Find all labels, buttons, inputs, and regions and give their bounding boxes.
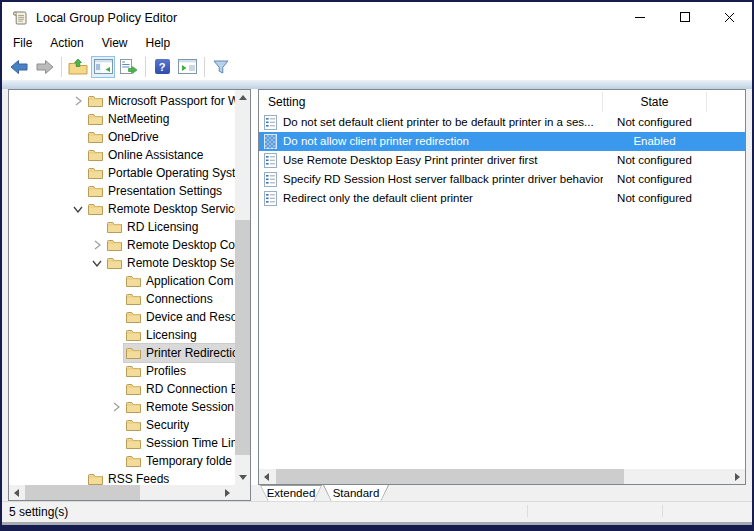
tree-vertical-scrollbar[interactable]: [235, 90, 250, 485]
tree-item-onedrive[interactable]: OneDrive: [9, 128, 235, 146]
tree-item-profiles[interactable]: Profiles: [9, 362, 235, 380]
tree-item-label: OneDrive: [108, 130, 159, 144]
tree-item-highlight: Portable Operating Syste: [86, 164, 235, 182]
menu-action[interactable]: Action: [41, 33, 92, 53]
tree-item-microsoft-passport-for-w[interactable]: Microsoft Passport for W: [9, 92, 235, 110]
policy-setting-icon: [264, 115, 277, 130]
scroll-left-button[interactable]: [259, 469, 274, 484]
tree-horizontal-scrollbar[interactable]: [9, 485, 235, 500]
tree-item-highlight: Remote Desktop Service: [86, 200, 235, 218]
tree-item-rd-licensing[interactable]: RD Licensing: [9, 218, 235, 236]
tree-item-label: Profiles: [146, 364, 186, 378]
tree-item-label: RD Connection E: [146, 382, 235, 396]
setting-state: Not configured: [603, 192, 706, 204]
scroll-up-button[interactable]: [235, 90, 250, 105]
show-hide-action-pane-button[interactable]: [175, 56, 199, 78]
folder-icon: [88, 149, 103, 162]
maximize-icon: [680, 12, 690, 22]
tree-item-session-time-lim[interactable]: Session Time Lim: [9, 434, 235, 452]
settings-list-pane: Setting State Do not set default client …: [258, 89, 746, 485]
tree-item-printer-redirectio[interactable]: Printer Redirectio: [9, 344, 235, 362]
tree-item-netmeeting[interactable]: NetMeeting: [9, 110, 235, 128]
tree-item-remote-session-e[interactable]: Remote Session E: [9, 398, 235, 416]
status-separator: [662, 505, 663, 517]
tab-extended-label: Extended: [260, 485, 322, 501]
setting-row-do-not-allow-client-printer-redirection[interactable]: Do not allow client printer redirectionE…: [259, 132, 745, 151]
setting-name: Specify RD Session Host server fallback …: [283, 173, 603, 185]
minimize-button[interactable]: [617, 2, 662, 32]
tree-item-licensing[interactable]: Licensing: [9, 326, 235, 344]
tree-item-remote-desktop-service[interactable]: Remote Desktop Service: [9, 200, 235, 218]
tree-item-rss-feeds[interactable]: RSS Feeds: [9, 470, 235, 485]
column-divider[interactable]: [602, 92, 603, 112]
tree-item-remote-desktop-con[interactable]: Remote Desktop Con: [9, 236, 235, 254]
policy-setting-icon: [264, 191, 277, 206]
export-list-button[interactable]: [116, 56, 140, 78]
tree-item-highlight: NetMeeting: [86, 110, 235, 128]
tree-item-label: Printer Redirectio: [146, 346, 235, 360]
tree-item-label: RD Licensing: [127, 220, 198, 234]
vertical-scroll-thumb[interactable]: [235, 220, 250, 455]
help-button[interactable]: ?: [150, 56, 174, 78]
tree-item-presentation-settings[interactable]: Presentation Settings: [9, 182, 235, 200]
horizontal-scroll-thumb[interactable]: [276, 469, 624, 484]
window-title: Local Group Policy Editor: [36, 11, 177, 25]
pane-divider[interactable]: [251, 89, 258, 485]
close-icon: [724, 12, 735, 23]
help-icon: ?: [155, 59, 170, 74]
horizontal-scroll-thumb[interactable]: [25, 485, 140, 500]
tree-item-device-and-resou[interactable]: Device and Resou: [9, 308, 235, 326]
tree-item-rd-connection-e[interactable]: RD Connection E: [9, 380, 235, 398]
scroll-right-button[interactable]: [730, 469, 745, 484]
chevron-expanded-icon[interactable]: [69, 205, 86, 213]
tree-item-highlight: RD Connection E: [124, 380, 235, 398]
tree-item-application-com[interactable]: Application Com: [9, 272, 235, 290]
tree-item-online-assistance[interactable]: Online Assistance: [9, 146, 235, 164]
column-header-setting[interactable]: Setting: [268, 95, 305, 109]
up-one-level-button[interactable]: [66, 56, 90, 78]
folder-icon: [126, 365, 141, 378]
folder-icon: [126, 383, 141, 396]
tab-standard[interactable]: Standard: [323, 485, 389, 501]
tree-item-label: Portable Operating Syste: [108, 166, 235, 180]
column-header-state[interactable]: State: [603, 95, 706, 109]
setting-row-do-not-set-default-client-printer-to-be-[interactable]: Do not set default client printer to be …: [259, 113, 745, 132]
policy-tree: Microsoft Passport for WNetMeetingOneDri…: [9, 92, 235, 485]
close-button[interactable]: [707, 2, 752, 32]
tree-item-highlight: Connections: [124, 290, 235, 308]
setting-row-use-remote-desktop-easy-print-printer-dr[interactable]: Use Remote Desktop Easy Print printer dr…: [259, 151, 745, 170]
filter-button[interactable]: [209, 56, 233, 78]
scroll-right-button[interactable]: [220, 485, 235, 500]
back-button[interactable]: [7, 56, 31, 78]
back-arrow-icon: [10, 59, 29, 75]
tree-item-temporary-folde[interactable]: Temporary folde: [9, 452, 235, 470]
tree-item-security[interactable]: Security: [9, 416, 235, 434]
tree-item-remote-desktop-ses[interactable]: Remote Desktop Ses: [9, 254, 235, 272]
show-hide-console-tree-button[interactable]: [91, 56, 115, 78]
column-divider[interactable]: [706, 92, 707, 112]
setting-row-specify-rd-session-host-server-fallback-[interactable]: Specify RD Session Host server fallback …: [259, 170, 745, 189]
menu-view[interactable]: View: [93, 33, 137, 53]
forward-button[interactable]: [32, 56, 56, 78]
folder-icon: [126, 311, 141, 324]
menu-help[interactable]: Help: [137, 33, 180, 53]
menu-file[interactable]: File: [4, 33, 41, 53]
scrollbar-corner: [235, 485, 250, 500]
scroll-left-button[interactable]: [9, 485, 24, 500]
toolbar-separator: [145, 57, 146, 77]
maximize-button[interactable]: [662, 2, 707, 32]
title-bar[interactable]: Local Group Policy Editor: [2, 2, 752, 33]
chevron-collapsed-icon[interactable]: [107, 402, 124, 412]
list-horizontal-scrollbar[interactable]: [259, 469, 745, 484]
chevron-collapsed-icon[interactable]: [88, 240, 105, 250]
scroll-down-button[interactable]: [235, 470, 250, 485]
folder-icon: [126, 347, 141, 360]
chevron-collapsed-icon[interactable]: [69, 96, 86, 106]
setting-row-redirect-only-the-default-client-printer[interactable]: Redirect only the default client printer…: [259, 189, 745, 208]
tree-item-connections[interactable]: Connections: [9, 290, 235, 308]
chevron-expanded-icon[interactable]: [88, 259, 105, 267]
tree-item-label: Licensing: [146, 328, 197, 342]
tree-item-portable-operating-syste[interactable]: Portable Operating Syste: [9, 164, 235, 182]
tab-extended[interactable]: Extended: [260, 485, 322, 501]
tree-item-highlight: Session Time Lim: [124, 434, 235, 452]
